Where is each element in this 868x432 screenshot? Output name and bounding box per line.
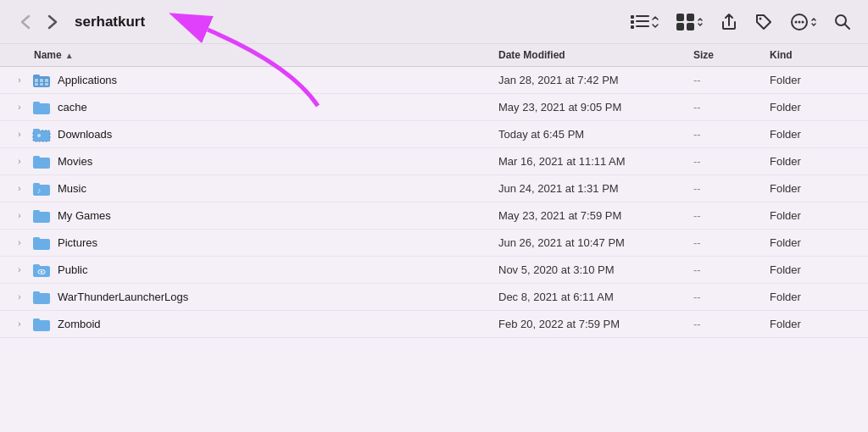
file-name-cell: › ♪ Music — [14, 181, 498, 197]
file-size: -- — [693, 263, 770, 276]
date-modified: Jun 24, 2021 at 1:31 PM — [498, 182, 693, 195]
list-view-icon — [631, 14, 649, 30]
date-modified: Jan 28, 2021 at 7:42 PM — [498, 74, 693, 86]
grid-view-icon — [676, 14, 695, 30]
file-kind: Folder — [770, 128, 854, 141]
tag-icon — [754, 13, 773, 31]
date-modified: Feb 20, 2022 at 7:59 PM — [498, 318, 693, 330]
size-column-header[interactable]: Size — [693, 49, 770, 61]
file-name: Movies — [58, 155, 92, 168]
expand-chevron[interactable]: › — [14, 102, 25, 114]
toolbar-actions — [627, 9, 854, 35]
svg-rect-3 — [636, 20, 649, 22]
grid-chevron-icon — [697, 17, 704, 27]
file-size: -- — [693, 101, 770, 114]
svg-rect-20 — [45, 79, 48, 82]
file-name: Pictures — [58, 236, 97, 249]
table-row[interactable]: › My Games May 23, 2021 at 7:59 PM -- Fo… — [0, 202, 868, 230]
svg-rect-45 — [33, 318, 40, 322]
folder-icon — [32, 235, 51, 251]
date-column-header[interactable]: Date Modified — [498, 49, 693, 61]
folder-icon — [32, 127, 51, 142]
table-row[interactable]: › Pictures Jun 26, 2021 at 10:47 PM -- F… — [0, 230, 868, 257]
expand-chevron[interactable]: › — [14, 156, 25, 168]
expand-chevron[interactable]: › — [14, 183, 25, 195]
share-icon — [721, 13, 737, 31]
svg-rect-9 — [687, 23, 694, 30]
date-modified: Nov 5, 2020 at 3:10 PM — [498, 263, 693, 276]
file-name-cell: › Applications — [14, 73, 498, 88]
table-row[interactable]: › Movies Mar 16, 2021 at 11:11 AM -- Fol… — [0, 148, 868, 175]
svg-rect-22 — [40, 83, 43, 86]
more-chevron-icon — [810, 17, 817, 27]
expand-chevron[interactable]: › — [14, 129, 25, 141]
file-size: -- — [693, 155, 770, 168]
search-icon — [834, 14, 851, 30]
forward-button[interactable] — [41, 10, 64, 34]
table-row[interactable]: › ♪ Music Jun 24, 2021 at 1:31 PM -- Fol… — [0, 175, 868, 202]
svg-rect-27 — [33, 129, 40, 132]
svg-rect-4 — [631, 25, 634, 29]
expand-chevron[interactable]: › — [14, 75, 25, 86]
svg-point-28 — [37, 134, 41, 137]
date-modified: Today at 6:45 PM — [498, 128, 693, 141]
file-name: My Games — [58, 209, 111, 222]
svg-point-15 — [836, 15, 846, 25]
date-modified: Jun 26, 2021 at 10:47 PM — [498, 236, 693, 249]
svg-point-13 — [798, 20, 801, 23]
svg-rect-21 — [35, 83, 38, 86]
more-icon-group — [790, 13, 817, 31]
table-row[interactable]: › WarThunderLauncherLogs Dec 8, 2021 at … — [0, 284, 868, 311]
table-row[interactable]: › Downloads Today at 6:45 PM -- Folder — [0, 121, 868, 148]
file-kind: Folder — [770, 291, 854, 303]
list-view-button[interactable] — [627, 11, 663, 33]
table-row[interactable]: › Public Nov 5, 2020 at 3:10 PM -- Folde… — [0, 257, 868, 284]
file-size: -- — [693, 291, 770, 303]
file-size: -- — [693, 209, 770, 222]
svg-rect-23 — [45, 83, 48, 86]
svg-rect-17 — [33, 75, 40, 78]
file-name-cell: › Downloads — [14, 127, 498, 142]
folder-icon: ♪ — [32, 181, 51, 197]
list-view-icon-group — [631, 14, 659, 30]
folder-icon — [32, 208, 51, 224]
tag-button[interactable] — [751, 9, 776, 35]
file-name: Music — [58, 182, 86, 195]
svg-rect-30 — [33, 156, 40, 159]
folder-icon — [32, 154, 51, 169]
more-icon — [790, 13, 809, 31]
more-button[interactable] — [787, 9, 821, 35]
table-row[interactable]: › Zomboid Feb 20, 2022 at 7:59 PM -- Fol… — [0, 311, 868, 338]
file-name: WarThunderLauncherLogs — [58, 291, 188, 303]
grid-view-button[interactable] — [673, 10, 707, 34]
share-button[interactable] — [717, 9, 741, 35]
file-kind: Folder — [770, 182, 854, 195]
table-row[interactable]: › Applications Jan 28, 2021 at 7:42 PM -… — [0, 67, 868, 94]
file-list: › Applications Jan 28, 2021 at 7:42 PM -… — [0, 67, 868, 338]
kind-column-header[interactable]: Kind — [770, 49, 854, 61]
expand-chevron[interactable]: › — [14, 264, 25, 276]
svg-rect-43 — [33, 291, 40, 295]
date-modified: May 23, 2021 at 7:59 PM — [498, 209, 693, 222]
file-size: -- — [693, 74, 770, 86]
file-name-cell: › Movies — [14, 154, 498, 169]
file-name-cell: › cache — [14, 100, 498, 115]
folder-icon — [32, 263, 51, 278]
file-name-cell: › My Games — [14, 208, 498, 224]
expand-chevron[interactable]: › — [14, 318, 25, 330]
grid-view-icon-group — [676, 14, 704, 30]
table-row[interactable]: › cache May 23, 2021 at 9:05 PM -- Folde… — [0, 94, 868, 121]
svg-rect-19 — [40, 79, 43, 82]
file-kind: Folder — [770, 263, 854, 276]
folder-icon — [32, 317, 51, 332]
back-button[interactable] — [14, 10, 37, 34]
expand-chevron[interactable]: › — [14, 210, 25, 222]
svg-rect-25 — [33, 102, 40, 105]
file-size: -- — [693, 318, 770, 330]
expand-chevron[interactable]: › — [14, 291, 25, 303]
file-kind: Folder — [770, 155, 854, 168]
name-column-header[interactable]: Name ▲ — [34, 49, 498, 61]
file-kind: Folder — [770, 101, 854, 114]
expand-chevron[interactable]: › — [14, 237, 25, 249]
search-button[interactable] — [831, 10, 854, 34]
